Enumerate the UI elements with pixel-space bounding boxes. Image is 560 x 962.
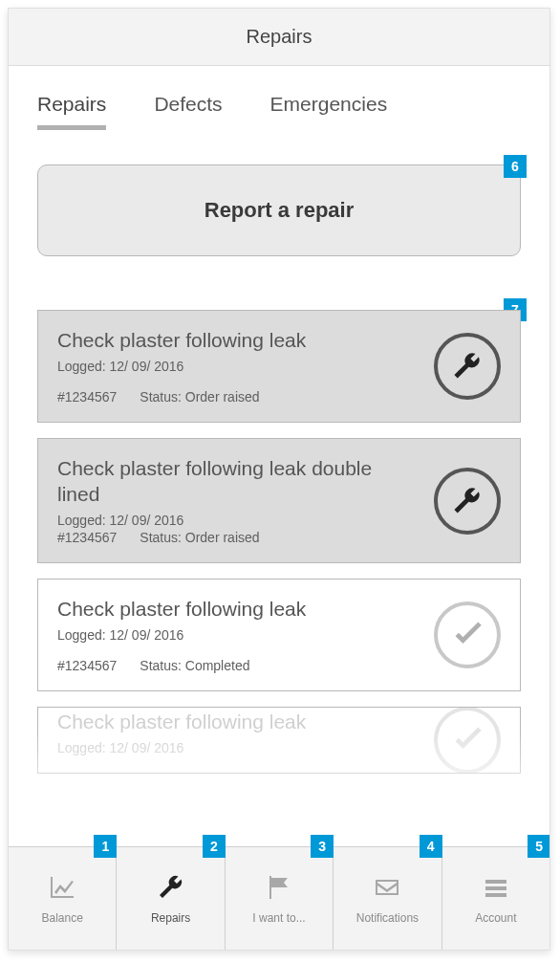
repair-card-body: Check plaster following leak double line…: [57, 456, 419, 545]
tab-label: Emergencies: [270, 93, 388, 115]
report-repair-wrap: Report a repair 6: [37, 164, 521, 256]
repair-title: Check plaster following leak: [57, 597, 419, 622]
content-area: Repairs Defects Emergencies Report a rep…: [9, 66, 549, 846]
page-title-bar: Repairs: [9, 9, 549, 66]
badge-report: 6: [504, 155, 527, 178]
repair-card[interactable]: Check plaster following leak Logged: 12/…: [37, 310, 521, 423]
wrench-icon: [434, 468, 501, 535]
nav-label: Repairs: [151, 911, 190, 925]
repair-status: Status: Order raised: [140, 530, 259, 545]
nav-repairs[interactable]: 2 Repairs: [117, 847, 225, 950]
repair-ref: #1234567: [57, 389, 117, 404]
report-repair-button[interactable]: Report a repair: [37, 164, 521, 256]
nav-label: Notifications: [356, 911, 419, 925]
check-icon: [434, 707, 501, 774]
repair-card-body: Check plaster following leak Logged: 12/…: [57, 597, 419, 673]
repair-title: Check plaster following leak: [57, 710, 419, 734]
repair-card-body: Check plaster following leak Logged: 12/…: [57, 328, 419, 404]
repair-card[interactable]: Check plaster following leak Logged: 12/…: [37, 707, 521, 774]
repair-logged: Logged: 12/ 09/ 2016: [57, 513, 419, 528]
repair-meta: #1234567 Status: Completed: [57, 658, 419, 673]
page-title: Repairs: [247, 26, 312, 48]
tab-emergencies[interactable]: Emergencies: [270, 93, 388, 130]
repair-meta: #1234567 Status: Order raised: [57, 530, 419, 545]
nav-badge: 1: [94, 835, 117, 858]
nav-label: Account: [475, 911, 516, 925]
nav-badge: 3: [311, 835, 334, 858]
nav-label: I want to...: [252, 911, 305, 925]
repair-meta: #1234567 Status: Order raised: [57, 389, 419, 404]
tab-defects[interactable]: Defects: [154, 93, 222, 130]
repair-status: Status: Completed: [140, 658, 249, 673]
repair-logged: Logged: 12/ 09/ 2016: [57, 359, 419, 374]
nav-balance[interactable]: 1 Balance: [9, 847, 117, 950]
nav-badge: 5: [528, 835, 550, 858]
repair-title: Check plaster following leak: [57, 328, 419, 353]
wrench-icon: [434, 333, 501, 400]
nav-account[interactable]: 5 Account: [442, 847, 549, 950]
tab-repairs[interactable]: Repairs: [37, 93, 106, 130]
repair-card[interactable]: Check plaster following leak Logged: 12/…: [37, 579, 521, 691]
report-repair-label: Report a repair: [205, 198, 355, 222]
nav-wantto[interactable]: 3 I want to...: [226, 847, 334, 950]
menu-icon: [482, 873, 510, 902]
repair-status: Status: Order raised: [140, 389, 259, 404]
nav-badge: 4: [420, 835, 442, 858]
nav-notifications[interactable]: 4 Notifications: [334, 847, 442, 950]
check-icon: [434, 601, 501, 668]
app-frame: Repairs Repairs Defects Emergencies Repo…: [8, 8, 550, 951]
repair-ref: #1234567: [57, 530, 117, 545]
tab-label: Defects: [154, 93, 222, 115]
repair-logged: Logged: 12/ 09/ 2016: [57, 740, 419, 755]
repair-logged: Logged: 12/ 09/ 2016: [57, 627, 419, 643]
chart-icon: [48, 873, 76, 902]
wrench-icon: [157, 873, 185, 902]
repair-card[interactable]: Check plaster following leak double line…: [37, 438, 521, 563]
repair-title: Check plaster following leak double line…: [57, 456, 419, 507]
nav-label: Balance: [42, 911, 83, 925]
repair-list: 7 Check plaster following leak Logged: 1…: [37, 310, 521, 774]
bottom-nav: 1 Balance 2 Repairs 3 I want to... 4 Not…: [9, 846, 549, 950]
tab-bar: Repairs Defects Emergencies: [37, 93, 521, 130]
repair-ref: #1234567: [57, 658, 117, 673]
repair-card-body: Check plaster following leak Logged: 12/…: [57, 710, 419, 771]
nav-badge: 2: [203, 835, 226, 858]
tab-label: Repairs: [37, 93, 106, 115]
mail-icon: [373, 873, 401, 902]
flag-icon: [265, 873, 293, 902]
